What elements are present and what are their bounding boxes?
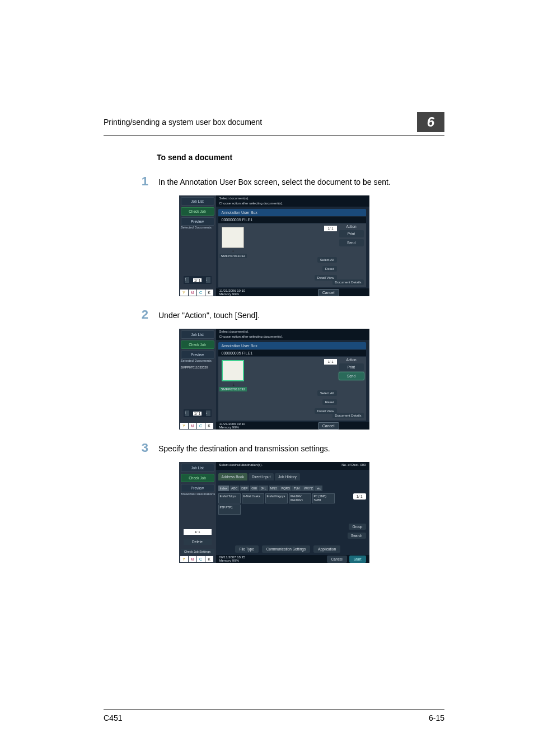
document-name: SMFP07011032 [219, 254, 247, 258]
document-thumbnail[interactable] [222, 227, 244, 248]
step-number: 1 [104, 175, 148, 188]
check-job-button[interactable]: Check Job [181, 474, 214, 482]
dest-pager: 1/ 1 [184, 529, 212, 535]
job-list-button[interactable]: Job List [181, 330, 214, 339]
alpha-mno[interactable]: MNO [269, 486, 279, 491]
preview-button[interactable]: Preview [181, 484, 214, 492]
tab-address-book[interactable]: Address Book [218, 473, 247, 480]
dest-email-osaka[interactable]: E-Mail Osaka [242, 493, 264, 503]
reset-button[interactable]: Reset [322, 399, 337, 405]
reset-button[interactable]: Reset [322, 266, 337, 272]
step-number: 2 [104, 309, 148, 321]
toner-icons: Y M C K [180, 290, 215, 296]
pager: 1/ 1 [324, 226, 336, 231]
dest-email-tokyo[interactable]: E-Mail Tokyo [218, 493, 241, 503]
dest-email-nagoya[interactable]: E-Mail Nagoya [265, 493, 288, 503]
instruction-bar: Select document(s). Choose action after … [216, 195, 369, 207]
alpha-wxyz[interactable]: WXYZ [302, 486, 315, 491]
document-thumbnail-selected[interactable] [222, 360, 244, 381]
print-button[interactable]: Print [339, 363, 364, 371]
delete-button[interactable]: Delete [184, 539, 212, 545]
alpha-def[interactable]: DEF [240, 486, 249, 491]
file-type-button[interactable]: File Type [235, 545, 259, 553]
step-number: 3 [104, 442, 148, 454]
preview-button[interactable]: Preview [181, 351, 214, 359]
action-label: Action [339, 358, 364, 362]
instruction-text: Select desired destination(s). [219, 463, 263, 469]
step-text: In the Annotation User Box screen, selec… [158, 175, 391, 188]
check-job-button[interactable]: Check Job [181, 340, 214, 349]
box-id: 000000005 FILE1 [218, 217, 366, 223]
dest-count: No. of Dest. 000 [341, 463, 366, 469]
send-button[interactable]: Send [339, 239, 364, 246]
comm-settings-button[interactable]: Communication Settings [262, 545, 310, 553]
select-all-button[interactable]: Select All [317, 257, 337, 263]
selected-documents-label: Selected Documents [181, 359, 212, 362]
group-button[interactable]: Group [349, 524, 366, 530]
toner-icons: Y M C K [180, 556, 215, 562]
dest-ftp[interactable]: FTP FTP1 [218, 505, 241, 515]
box-title: Annotation User Box [218, 209, 366, 216]
document-details-button[interactable]: Document Details [332, 413, 363, 418]
job-list-button[interactable]: Job List [181, 197, 214, 206]
dest-webdav[interactable]: WebDAV WebDAV1 [289, 493, 311, 503]
preview-button[interactable]: Preview [181, 217, 214, 226]
left-pager[interactable]: ↑ 1/ 1 ↓ [184, 276, 212, 284]
running-header: Printing/sending a system user box docum… [104, 118, 262, 127]
dest-area-pager: 1/ 1 [353, 493, 366, 500]
tab-direct-input[interactable]: Direct Input [249, 473, 274, 480]
start-button[interactable]: Start [349, 556, 366, 563]
screenshot-3: Job List Check Job Preview Broadcast Des… [179, 462, 369, 563]
check-job-button[interactable]: Check Job [181, 207, 214, 216]
dest-smb[interactable]: PC (SMB) SMB1 [312, 493, 335, 503]
instruction-bar: Select document(s). Choose action after … [216, 329, 369, 340]
memory-label: Memory 99% [219, 559, 239, 562]
alpha-abc[interactable]: ABC [229, 486, 239, 491]
check-job-settings-button[interactable]: Check Job Settings [181, 549, 214, 554]
select-all-button[interactable]: Select All [317, 390, 337, 396]
chapter-number: 6 [417, 112, 444, 132]
cancel-button[interactable]: Cancel [318, 289, 339, 296]
alpha-ghi[interactable]: GHI [250, 486, 259, 491]
cancel-button[interactable]: Cancel [318, 422, 339, 430]
document-name: SMFP07011032 [219, 387, 247, 391]
selected-documents-label: Selected Documents [181, 226, 212, 229]
screenshot-1: Job List Check Job Preview Selected Docu… [179, 195, 369, 296]
section-heading: To send a document [157, 153, 444, 162]
action-label: Action [339, 225, 364, 228]
pager: 1/ 1 [324, 359, 336, 365]
alpha-etc[interactable]: etc [315, 486, 322, 491]
step-text: Under "Action", touch [Send]. [158, 309, 260, 321]
job-list-button[interactable]: Job List [181, 464, 214, 472]
footer-page: 6-15 [429, 713, 444, 722]
tab-job-history[interactable]: Job History [275, 473, 300, 480]
document-details-button[interactable]: Document Details [332, 279, 363, 285]
memory-label: Memory 99% [219, 292, 239, 296]
toner-icons: Y M C K [180, 423, 215, 429]
box-title: Annotation User Box [218, 342, 366, 349]
cancel-button[interactable]: Cancel [327, 556, 347, 563]
left-pager[interactable]: ↑ 1/ 1 ↓ [184, 409, 212, 417]
alpha-pqrs[interactable]: PQRS [279, 486, 292, 491]
application-button[interactable]: Application [313, 545, 340, 553]
search-button[interactable]: Search [348, 533, 366, 539]
print-button[interactable]: Print [339, 230, 364, 237]
send-button-highlighted[interactable]: Send [339, 372, 364, 380]
selected-doc-name: SMFP07011032020 [181, 366, 208, 369]
alpha-jkl[interactable]: JKL [259, 486, 268, 491]
alpha-index[interactable]: Index [218, 486, 229, 491]
step-text: Specify the destination and transmission… [158, 442, 330, 454]
alpha-tuv[interactable]: TUV [292, 486, 302, 491]
broadcast-dest-label: Broadcast Destinations [181, 492, 216, 496]
screenshot-2: Job List Check Job Preview Selected Docu… [179, 329, 369, 430]
box-id: 000000005 FILE1 [218, 350, 366, 356]
header-rule [104, 136, 444, 136]
memory-label: Memory 99% [219, 426, 239, 429]
footer-model: C451 [104, 713, 122, 722]
